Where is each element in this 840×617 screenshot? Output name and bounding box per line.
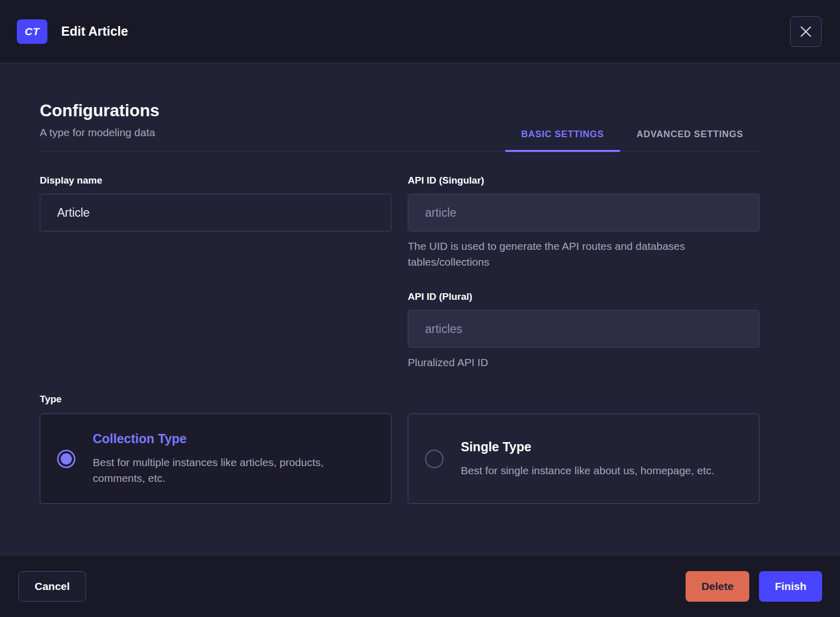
single-type-description: Best for single instance like about us, … [461,462,714,478]
api-id-plural-label: API ID (Plural) [408,291,759,302]
content-type-badge-label: CT [25,25,40,38]
modal-header: CT Edit Article [0,0,840,63]
configurations-heading-block: Configurations A type for modeling data [40,101,160,151]
close-icon [800,26,811,37]
single-type-title: Single Type [461,440,714,454]
display-name-label: Display name [40,175,391,186]
single-type-card[interactable]: Single Type Best for single instance lik… [408,414,759,504]
display-name-field-block: Display name [40,175,391,232]
api-id-plural-input[interactable] [408,310,759,348]
collection-type-description: Best for multiple instances like article… [93,454,371,486]
type-cards: Collection Type Best for multiple instan… [40,414,759,504]
page-subtitle: A type for modeling data [40,126,160,139]
api-id-singular-hint: The UID is used to generate the API rout… [408,238,759,270]
api-id-singular-label: API ID (Singular) [408,175,759,186]
tab-basic-settings[interactable]: BASIC SETTINGS [505,129,620,151]
single-type-radio[interactable] [425,450,443,468]
cancel-button[interactable]: Cancel [18,571,86,602]
collection-type-text: Collection Type Best for multiple instan… [93,431,371,486]
modal-title: Edit Article [61,24,128,39]
finish-button[interactable]: Finish [759,571,822,602]
api-id-plural-field-block: API ID (Plural) Pluralized API ID [408,291,759,370]
collection-type-title: Collection Type [93,431,371,446]
edit-content-type-modal: CT Edit Article Configurations A type fo… [0,0,840,617]
display-name-input[interactable] [40,194,391,232]
modal-footer: Cancel Delete Finish [0,555,840,617]
api-id-singular-input[interactable] [408,194,759,232]
api-id-plural-hint: Pluralized API ID [408,354,759,370]
configuration-form: Display name API ID (Singular) The UID i… [40,175,759,370]
modal-body: Configurations A type for modeling data … [0,63,840,555]
form-left-column: Display name [40,175,391,370]
tab-advanced-settings[interactable]: ADVANCED SETTINGS [620,129,759,151]
api-id-singular-field-block: API ID (Singular) The UID is used to gen… [408,175,759,270]
delete-button[interactable]: Delete [686,571,749,602]
settings-tabs: BASIC SETTINGS ADVANCED SETTINGS [505,129,760,151]
type-section: Type Collection Type Best for multiple i… [40,394,759,504]
page-title: Configurations [40,101,160,120]
content-type-badge: CT [17,19,47,44]
form-right-column: API ID (Singular) The UID is used to gen… [408,175,759,370]
collection-type-radio[interactable] [57,450,75,468]
type-label: Type [40,394,759,405]
configurations-header: Configurations A type for modeling data … [40,101,759,151]
collection-type-card[interactable]: Collection Type Best for multiple instan… [40,414,391,504]
single-type-text: Single Type Best for single instance lik… [461,440,714,478]
close-button[interactable] [790,16,822,47]
